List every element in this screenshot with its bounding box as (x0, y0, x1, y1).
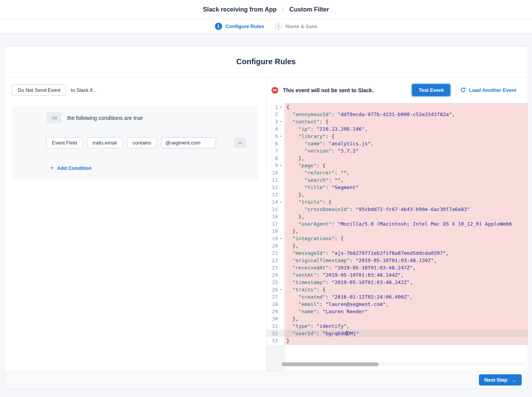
code-line[interactable]: "sentAt": "2019-05-10T01:03:48.144Z", (284, 271, 528, 279)
gutter-line[interactable]: 10 (266, 169, 284, 176)
code-line[interactable]: "title": "Segment" (284, 184, 528, 191)
code-line[interactable]: }, (284, 191, 528, 198)
code-line[interactable]: "created": "2016-01-12T02:24:06.400Z", (284, 293, 528, 301)
line-number: 26 (266, 287, 278, 292)
test-event-button[interactable]: Test Event (412, 84, 450, 96)
fold-arrow-icon[interactable]: ▾ (278, 200, 284, 204)
line-number: 29 (266, 309, 278, 314)
fold-arrow-icon[interactable]: ▾ (278, 135, 284, 138)
code-line[interactable]: "anonymousId": "ddf9ecda-977b-4231-b000-… (284, 111, 528, 118)
fold-arrow-icon[interactable]: ▾ (278, 288, 284, 291)
editor-content: 1▾23▾45▾6789▾1011121314▾1516171819▾20212… (266, 103, 528, 345)
gutter-line[interactable]: 29 (266, 308, 284, 315)
fold-arrow-icon[interactable]: ▾ (278, 120, 284, 123)
rules-panel: Do Not Send Event to Slack if... All the… (4, 77, 266, 371)
code-line[interactable]: "library": { (284, 133, 528, 140)
gutter-line[interactable]: 26▾ (266, 286, 284, 293)
gutter-line[interactable]: 4 (266, 125, 284, 133)
horizontal-scrollbar[interactable] (282, 362, 527, 366)
gutter-line[interactable]: 8 (266, 154, 284, 162)
code-line[interactable]: "version": "3.7.2" (284, 147, 528, 154)
gutter-line[interactable]: 9▾ (266, 162, 284, 169)
stepper: 1 Configure Rules 2 Name & Save (0, 19, 532, 33)
gutter-line[interactable]: 23 (266, 264, 284, 271)
code-line[interactable]: "traits": { (284, 198, 528, 206)
gutter-line[interactable]: 24 (266, 271, 284, 279)
step-configure-rules[interactable]: 1 Configure Rules (215, 23, 264, 30)
gutter-line[interactable]: 16 (266, 213, 284, 220)
code-line[interactable]: }, (284, 213, 528, 220)
step-name-save[interactable]: 2 Name & Save (275, 23, 317, 30)
gutter-line[interactable]: 13 (266, 191, 284, 198)
fold-arrow-icon[interactable]: ▾ (278, 237, 284, 240)
match-all-chip[interactable]: All (47, 112, 62, 123)
editor-code[interactable]: { "anonymousId": "ddf9ecda-977b-4231-b00… (284, 103, 528, 345)
gutter-line[interactable]: 20 (266, 242, 284, 249)
gutter-line[interactable]: 7 (266, 147, 284, 154)
code-line[interactable]: "receivedAt": "2019-05-10T01:03:48.247Z"… (284, 264, 528, 271)
code-line[interactable]: "integrations": { (284, 235, 528, 242)
scrollbar-thumb[interactable] (282, 362, 379, 366)
gutter-line[interactable]: 2 (266, 111, 284, 118)
gutter-line[interactable]: 12 (266, 184, 284, 191)
line-number: 25 (266, 279, 278, 285)
code-line[interactable]: "timestamp": "2019-05-10T01:03:48.242Z", (284, 279, 528, 286)
code-line[interactable]: }, (284, 242, 528, 249)
fold-arrow-icon[interactable]: ▾ (278, 105, 284, 109)
load-another-event-label: Load Another Event (469, 87, 516, 93)
code-line[interactable]: "page": { (284, 162, 528, 169)
field-path-button[interactable]: traits.email (87, 137, 123, 148)
code-line[interactable]: "traits": { (284, 286, 528, 293)
condition-value-input[interactable] (161, 137, 216, 148)
fold-arrow-icon[interactable]: ▾ (278, 164, 284, 167)
gutter-line[interactable]: 32 (266, 330, 284, 337)
code-line[interactable]: "crossDomainId": "95cbdd72-fc67-4b43-b90… (284, 206, 528, 213)
code-line[interactable]: "name": "analytics.js", (284, 140, 528, 147)
gutter-line[interactable]: 5▾ (266, 133, 284, 140)
gutter-line[interactable]: 27 (266, 293, 284, 301)
add-condition-button[interactable]: + Add Condition (50, 165, 91, 171)
gutter-line[interactable]: 14▾ (266, 198, 284, 206)
gutter-line[interactable]: 1▾ (266, 103, 284, 111)
event-field-button[interactable]: Event Field (46, 137, 83, 148)
code-line[interactable]: "name": "Lauren Reeder" (284, 308, 528, 315)
code-line[interactable]: } (284, 337, 528, 344)
do-not-send-event-button[interactable]: Do Not Send Event (12, 85, 66, 96)
code-line[interactable]: "ip": "210.13.208.146", (284, 125, 528, 133)
code-line[interactable]: "email": "lauren@segment.com", (284, 301, 528, 308)
gutter-line[interactable]: 22 (266, 257, 284, 264)
code-line[interactable]: "search": "", (284, 176, 528, 184)
next-step-button[interactable]: Next Step → (479, 374, 522, 385)
json-editor[interactable]: 1▾23▾45▾6789▾1011121314▾1516171819▾20212… (266, 103, 528, 371)
gutter-line[interactable]: 33 (266, 337, 284, 344)
breadcrumb-primary[interactable]: Slack receiving from App (203, 6, 276, 13)
code-line[interactable]: "referrer": "", (284, 169, 528, 176)
code-line[interactable]: "messageId": "ajs-7b8270771eb2f1f8a87eed… (284, 249, 528, 257)
gutter-line[interactable]: 25 (266, 279, 284, 286)
code-line[interactable]: "type": "identify", (284, 322, 528, 330)
gutter-line[interactable]: 3▾ (266, 118, 284, 125)
gutter-line[interactable]: 21 (266, 249, 284, 257)
code-line[interactable]: "userId": "bgrqbddDMj" (284, 330, 528, 337)
code-line[interactable]: }, (284, 315, 528, 322)
code-line[interactable]: { (284, 103, 528, 111)
gutter-line[interactable]: 30 (266, 315, 284, 322)
gutter-line[interactable]: 31 (266, 322, 284, 330)
remove-condition-button[interactable]: × (234, 137, 246, 148)
code-line[interactable]: "context": { (284, 118, 528, 125)
gutter-line[interactable]: 18 (266, 228, 284, 235)
gutter-line[interactable]: 17 (266, 220, 284, 228)
gutter-line[interactable]: 28 (266, 301, 284, 308)
operator-button[interactable]: contains (127, 137, 157, 148)
load-another-event-link[interactable]: Load Another Event (460, 87, 516, 93)
code-line[interactable]: "originalTimestamp": "2019-05-10T01:03:4… (284, 257, 528, 264)
gutter-line[interactable]: 6 (266, 140, 284, 147)
code-line[interactable]: }, (284, 154, 528, 162)
gutter-line[interactable]: 19▾ (266, 235, 284, 242)
code-line[interactable]: "userAgent": "Mozilla/5.0 (Macintosh; In… (284, 220, 528, 228)
close-icon: × (238, 140, 242, 146)
code-line[interactable]: }, (284, 228, 528, 235)
gutter-line[interactable]: 15 (266, 206, 284, 213)
line-number: 16 (266, 214, 278, 219)
gutter-line[interactable]: 11 (266, 176, 284, 184)
